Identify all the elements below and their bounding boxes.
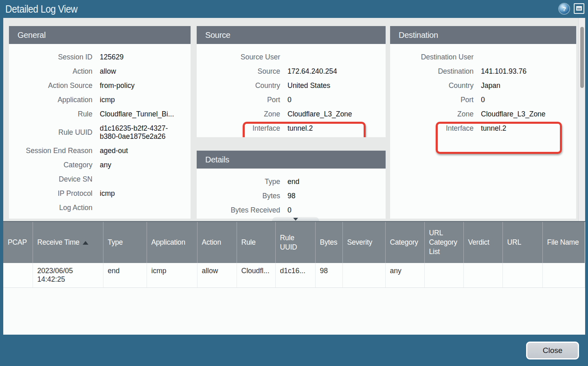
field-label: Session End Reason <box>9 147 92 155</box>
field-row-source-user: Source User <box>197 50 386 64</box>
cell-file-name <box>542 263 585 288</box>
destination-panel-title: Destination <box>390 26 576 44</box>
field-value: 125629 <box>100 53 191 61</box>
cell-pcap <box>3 263 33 288</box>
destination-panel-body: Destination User Destination 141.101.93.… <box>390 44 576 219</box>
column-header-application[interactable]: Application <box>147 222 197 263</box>
log-detail-panels: General Session ID 125629 Action allow A… <box>3 18 585 221</box>
log-table-header-row: PCAP Receive Time Type Application Actio… <box>3 222 585 263</box>
column-header-url[interactable]: URL <box>502 222 542 263</box>
field-row-country: Country United States <box>197 78 386 92</box>
field-row-type: Type end <box>197 174 386 188</box>
field-value: icmp <box>100 189 191 197</box>
source-panel-body: Source User Source 172.64.240.254 Countr… <box>197 44 386 137</box>
column-header-file-name[interactable]: File Name <box>542 222 585 263</box>
field-label: Application <box>9 96 92 104</box>
field-value: end <box>287 178 386 186</box>
column-label: URL Category List <box>429 229 457 256</box>
column-label: URL <box>507 238 521 246</box>
field-row-log-action: Log Action <box>9 200 191 215</box>
scrollbar-thumb[interactable] <box>580 27 584 88</box>
help-icon[interactable]: ? <box>559 4 569 14</box>
field-label: Session ID <box>9 53 92 61</box>
field-value: Cloudflare_Tunnel_Bi... <box>100 110 191 118</box>
column-label: Rule <box>241 238 256 246</box>
vertical-scrollbar[interactable] <box>578 18 585 221</box>
column-header-receive-time[interactable]: Receive Time <box>33 222 103 263</box>
field-label: Zone <box>197 110 280 118</box>
source-panel-title: Source <box>197 26 386 44</box>
field-value: 2023/06/05 14:42:25 <box>100 218 191 219</box>
cell-url <box>502 263 542 288</box>
details-panel-title: Details <box>197 151 386 169</box>
column-header-type[interactable]: Type <box>103 222 147 263</box>
field-row-category: Category any <box>9 158 191 172</box>
field-row-ip-protocol: IP Protocol icmp <box>9 186 191 200</box>
cell-url-category-list <box>424 263 463 288</box>
general-panel: General Session ID 125629 Action allow A… <box>9 26 191 219</box>
field-row-session-end-reason: Session End Reason aged-out <box>9 143 191 158</box>
column-header-rule[interactable]: Rule <box>237 222 275 263</box>
cell-bytes: 98 <box>315 263 342 288</box>
cell-rule: Cloudfl... <box>237 263 275 288</box>
field-label: Source <box>197 67 280 75</box>
column-header-url-category-list[interactable]: URL Category List <box>424 222 463 263</box>
field-label: IP Protocol <box>9 189 92 197</box>
field-label: Interface <box>390 124 474 132</box>
source-panel: Source Source User Source 172.64.240.254… <box>197 26 386 137</box>
log-table: PCAP Receive Time Type Application Actio… <box>3 222 585 288</box>
field-label: Rule <box>9 110 92 118</box>
column-label: Category <box>390 238 418 246</box>
column-header-category[interactable]: Category <box>385 222 424 263</box>
column-label: Severity <box>347 238 373 246</box>
field-value: icmp <box>100 96 191 104</box>
general-panel-title: General <box>9 26 191 44</box>
field-row-interface: Interface tunnel.2 <box>197 121 386 135</box>
general-panel-body: Session ID 125629 Action allow Action So… <box>9 44 191 219</box>
field-value: Cloudflare_L3_Zone <box>287 110 386 118</box>
collapse-splitter-handle[interactable] <box>272 217 319 221</box>
cell-type: end <box>103 263 147 288</box>
field-label: Action Source <box>9 81 92 90</box>
field-label: Bytes Received <box>197 206 280 214</box>
cell-action: allow <box>197 263 237 288</box>
window-restore-icon-inner <box>576 6 582 11</box>
field-row-port: Port 0 <box>197 92 386 107</box>
field-value: 141.101.93.76 <box>481 67 576 75</box>
field-value: 98 <box>287 192 386 200</box>
field-row-port: Port 0 <box>390 92 576 107</box>
field-value: 172.64.240.254 <box>287 67 386 75</box>
field-row-device-sn: Device SN <box>9 172 191 186</box>
field-value: from-policy <box>100 81 191 90</box>
column-label: Bytes <box>320 238 338 246</box>
field-value: 0 <box>287 96 386 104</box>
field-label: Bytes <box>197 192 280 200</box>
field-row-action-source: Action Source from-policy <box>9 78 191 92</box>
column-header-action[interactable]: Action <box>197 222 237 263</box>
column-header-rule-uuid[interactable]: Rule UUID <box>275 222 315 263</box>
details-panel: Details Type end Bytes 98 Bytes Received… <box>197 151 386 219</box>
column-label: File Name <box>547 238 579 246</box>
field-row-destination: Destination 141.101.93.76 <box>390 64 576 78</box>
field-label: Country <box>197 81 280 90</box>
field-row-rule-uuid: Rule UUID d1c16235-b2f2-4327-b380-0ae187… <box>9 121 191 143</box>
field-value: tunnel.2 <box>287 124 386 132</box>
column-label: Verdict <box>468 238 489 246</box>
field-label: Destination <box>390 67 474 75</box>
column-label: Action <box>202 238 221 246</box>
cell-rule-uuid: d1c16... <box>275 263 315 288</box>
chevron-down-icon <box>293 218 298 221</box>
close-button[interactable]: Close <box>526 342 579 359</box>
column-header-severity[interactable]: Severity <box>342 222 385 263</box>
column-header-bytes[interactable]: Bytes <box>315 222 342 263</box>
log-table-row[interactable]: 2023/06/05 14:42:25 end icmp allow Cloud… <box>3 263 585 288</box>
window-restore-icon[interactable] <box>574 3 584 14</box>
column-header-pcap[interactable]: PCAP <box>3 222 33 263</box>
field-value: allow <box>100 67 191 75</box>
field-label: Port <box>197 96 280 104</box>
column-header-verdict[interactable]: Verdict <box>463 222 502 263</box>
field-row-country: Country Japan <box>390 78 576 92</box>
column-label: PCAP <box>8 238 27 246</box>
field-label: Type <box>197 178 280 186</box>
field-label: Source User <box>197 53 280 61</box>
